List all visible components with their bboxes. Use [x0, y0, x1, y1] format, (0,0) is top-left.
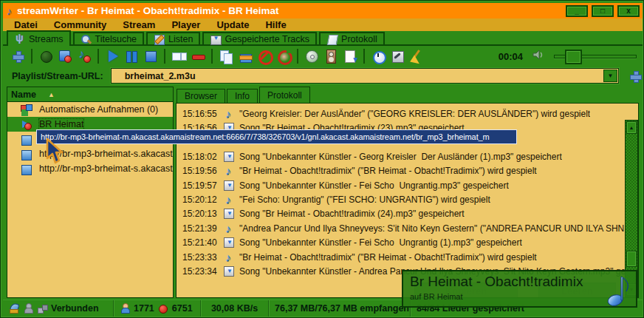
log-entry[interactable]: 15:19:57 Song "Unbekannter Künstler - Fe…	[177, 178, 625, 192]
toolbar: 00:04	[3, 46, 643, 67]
log-entry[interactable]: 15:18:02 Song "Unbekannter Künstler - Ge…	[177, 149, 625, 163]
tab-label: Streams	[29, 34, 64, 44]
pause-icon[interactable]	[124, 49, 139, 64]
document-icon	[326, 34, 338, 44]
log-tab[interactable]: Protokoll	[259, 87, 310, 103]
song-notification-popup[interactable]: Br Heimat - Obacht!tradimix auf BR Heima…	[402, 270, 637, 308]
tree-row[interactable]: http://br-mp3-brheimat-s.akacast.a	[7, 161, 173, 176]
log-entry-time: 15:20:13	[182, 209, 221, 219]
remove-icon[interactable]	[191, 49, 205, 64]
volume-slider-thumb[interactable]	[565, 50, 582, 64]
stream-url-combobox[interactable]: brheimat_2.m3u ▼	[111, 68, 619, 84]
tab-label: Titelsuche	[95, 34, 137, 44]
menu-item[interactable]: Update	[208, 19, 257, 30]
menu-item[interactable]: Player	[163, 19, 208, 30]
stop-icon[interactable]	[143, 49, 158, 64]
log-entry[interactable]: 15:23:33 "Br Heimat - Obacht!tradimix" (…	[177, 250, 625, 264]
add-icon[interactable]	[628, 69, 643, 84]
status-connection: Verbunden	[3, 300, 114, 317]
main-tab[interactable]: Protokoll	[319, 32, 385, 44]
log-tab[interactable]: Info	[227, 89, 258, 103]
main-tab[interactable]: Titelsuche	[73, 32, 145, 44]
music-note-icon	[224, 252, 234, 263]
record-song-icon[interactable]	[77, 49, 92, 64]
received-amount: 76,37 MB/76,37 MB empfangen	[275, 303, 409, 314]
saved-tracks-icon	[210, 34, 221, 44]
menu-bar: DateiCommunityStreamPlayerUpdateHilfe	[3, 18, 643, 31]
maximize-button[interactable]: □	[592, 5, 614, 17]
search-icon	[80, 34, 92, 44]
menu-item[interactable]: Hilfe	[257, 19, 294, 30]
play-icon[interactable]	[105, 49, 120, 64]
tree-row-label: BR Heimat	[39, 119, 83, 129]
record-stream-icon[interactable]	[58, 49, 72, 64]
url-label: Playlist/Stream-URL:	[12, 71, 103, 81]
log-entry-time: 15:19:56	[182, 166, 221, 176]
timer-icon[interactable]	[371, 49, 386, 64]
download-speed: 30,08 KB/s	[211, 303, 258, 314]
log-entry-time: 15:20:12	[182, 194, 221, 205]
log-entry[interactable]: 15:19:56 "Br Heimat - Obacht!tradimix" (…	[177, 164, 625, 178]
status-received: 76,37 MB/76,37 MB empfangen	[269, 300, 411, 317]
split-icon[interactable]	[171, 49, 186, 64]
gift-icon[interactable]	[238, 49, 253, 64]
log-tab-label: Protokoll	[267, 90, 302, 101]
auto-recordings-icon	[21, 104, 32, 115]
stream-url-value: brheimat_2.m3u	[125, 71, 196, 81]
url-row: Playlist/Stream-URL: brheimat_2.m3u ▼	[3, 67, 643, 85]
log-entry-time: 15:23:34	[182, 266, 221, 277]
toolbar-separator	[363, 49, 365, 64]
speaker-box-icon[interactable]	[323, 49, 338, 64]
clean-icon[interactable]	[409, 49, 424, 64]
log-entry[interactable]: 15:21:40 Song "Unbekannter Künstler - Fe…	[177, 236, 625, 250]
main-tab[interactable]: Listen	[146, 32, 200, 44]
notification-title: Br Heimat - Obacht!tradimix	[410, 274, 636, 290]
log-entry-time: 15:21:39	[182, 223, 221, 234]
menu-item[interactable]: Stream	[114, 19, 163, 30]
log-tab[interactable]: Browser	[177, 89, 225, 103]
log-entry[interactable]: 15:16:55 "Georg Kreisler: Der AuslÄnder"…	[177, 106, 625, 121]
chevron-down-icon[interactable]: ▼	[603, 70, 617, 82]
scrollbar-thumb[interactable]	[626, 251, 637, 267]
elapsed-time: 00:04	[499, 51, 523, 62]
toolbar-separator	[211, 49, 213, 64]
tree-row[interactable]: Automatische Aufnahmen (0)	[7, 102, 173, 117]
status-speed: 30,08 KB/s	[201, 300, 269, 317]
stream-tree-panel: Name ▲ Automatische Aufnahmen (0) BR Hei…	[7, 87, 174, 298]
disconnect-icon[interactable]	[276, 49, 291, 64]
app-music-note-icon: ♪	[7, 5, 12, 17]
log-entry-text: "Georg Kreisler: Der AuslÄnder" ("GEORG …	[239, 109, 590, 119]
log-entry-time: 15:18:02	[182, 152, 221, 162]
menu-item[interactable]: Community	[46, 19, 115, 30]
status-community: 1771 6751	[114, 300, 201, 317]
save-icon	[224, 152, 234, 162]
stream-url-tooltip: http://br-mp3-brheimat-m.akacast.akamais…	[36, 129, 517, 144]
toolbar-separator	[297, 49, 298, 64]
stream-icon	[21, 134, 32, 145]
log-entry[interactable]: 15:21:39 "Andrea Pancur Und Ilya Shneyve…	[177, 221, 625, 235]
log-entry[interactable]: 15:20:13 Song "Br Heimat - Obacht!tradim…	[177, 207, 625, 221]
main-tab[interactable]: Gespeicherte Tracks	[202, 32, 317, 44]
volume-slider[interactable]	[554, 55, 637, 58]
add-stream-icon[interactable]	[10, 49, 25, 64]
minimize-button[interactable]: _	[566, 5, 588, 17]
block-title-icon[interactable]	[257, 49, 272, 64]
devices-icon[interactable]	[304, 49, 319, 64]
record-icon[interactable]	[38, 49, 53, 64]
menu-item[interactable]: Datei	[6, 19, 46, 30]
log-entry[interactable]: 15:20:12 "Fei Scho: Ungrantig" ("FEI SCH…	[177, 192, 625, 206]
close-button[interactable]: x	[617, 5, 640, 17]
tree-header-name[interactable]: Name ▲	[7, 87, 173, 102]
tree-row[interactable]: http://br-mp3-brheimat-s.akacast.a	[7, 146, 173, 161]
connection-status: Verbunden	[51, 303, 99, 314]
streamwriter-window: ♪ streamWriter - Br Heimat - Obacht!trad…	[0, 0, 644, 318]
export-icon[interactable]	[343, 49, 357, 64]
volume-speaker-icon[interactable]	[532, 50, 544, 64]
toolbar-separator	[31, 49, 32, 64]
settings-icon[interactable]	[390, 49, 405, 64]
main-tab[interactable]: Streams	[7, 30, 71, 46]
log-tab-label: Browser	[185, 91, 217, 101]
copy-title-icon[interactable]	[219, 49, 233, 64]
tree-row-label: Automatische Aufnahmen (0)	[39, 104, 158, 115]
scroll-up-icon[interactable]: ▲	[626, 121, 637, 134]
